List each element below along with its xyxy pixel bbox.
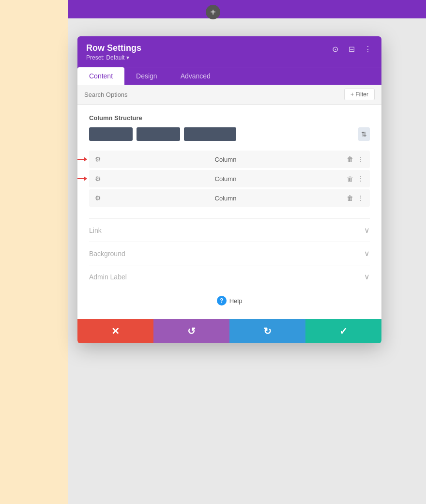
column-more-icon-2[interactable]: ⋮ <box>357 175 364 183</box>
accordion-admin-label-chevron: ∨ <box>364 272 370 281</box>
accordion-admin-label[interactable]: Admin Label ∨ <box>89 265 370 288</box>
column-label-1: Column <box>105 156 347 163</box>
modal-preset[interactable]: Preset: Default ▾ <box>86 54 141 61</box>
columns-icon[interactable]: ⊟ <box>347 44 356 54</box>
column-delete-icon-2[interactable]: 🗑 <box>347 175 353 183</box>
sort-icon[interactable]: ⇅ <box>358 127 370 141</box>
modal-header-icons: ⊙ ⊟ ⋮ <box>330 43 373 54</box>
save-button[interactable]: ✓ <box>305 319 381 343</box>
add-row-button[interactable]: + <box>206 5 220 19</box>
help-section: ? Help <box>89 288 370 309</box>
column-structure-options: ⇅ <box>89 127 370 141</box>
tab-advanced[interactable]: Advanced <box>169 67 222 85</box>
accordion-background-chevron: ∨ <box>364 249 370 258</box>
help-icon[interactable]: ? <box>217 296 227 305</box>
column-option-2[interactable] <box>137 127 180 141</box>
more-options-icon[interactable]: ⋮ <box>363 44 373 54</box>
accordion-link-chevron: ∨ <box>364 226 370 235</box>
accordion-admin-label-label: Admin Label <box>89 273 127 281</box>
column-delete-icon-1[interactable]: 🗑 <box>347 155 353 163</box>
column-structure-title: Column Structure <box>89 114 370 122</box>
help-label[interactable]: Help <box>229 297 243 305</box>
column-row: ⚙ Column 🗑 ⋮ <box>89 170 370 187</box>
left-panel-bg <box>0 0 68 504</box>
tab-content[interactable]: Content <box>77 67 124 85</box>
column-option-3[interactable] <box>184 127 236 141</box>
column-more-icon-3[interactable]: ⋮ <box>357 194 364 202</box>
cancel-button[interactable]: ✕ <box>77 319 153 343</box>
accordion-link[interactable]: Link ∨ <box>89 218 370 242</box>
modal-content: Column Structure ⇅ ⚙ Column 🗑 ⋮ ⚙ Colum <box>77 105 381 319</box>
column-row: ⚙ Column 🗑 ⋮ <box>89 189 370 207</box>
arrow-2 <box>77 178 87 179</box>
column-delete-icon-3[interactable]: 🗑 <box>347 194 353 202</box>
accordion-background[interactable]: Background ∨ <box>89 242 370 265</box>
column-gear-icon-2[interactable]: ⚙ <box>95 175 105 183</box>
column-gear-icon-1[interactable]: ⚙ <box>95 155 105 163</box>
top-bar-bg <box>68 0 426 18</box>
redo-button[interactable]: ↻ <box>229 319 305 343</box>
column-row-actions-2: 🗑 ⋮ <box>347 175 364 183</box>
accordion-link-label: Link <box>89 227 102 234</box>
column-row: ⚙ Column 🗑 ⋮ <box>89 151 370 168</box>
column-option-1[interactable] <box>89 127 133 141</box>
column-label-2: Column <box>105 175 347 183</box>
column-row-actions-3: 🗑 ⋮ <box>347 194 364 202</box>
row-settings-modal: Row Settings Preset: Default ▾ ⊙ ⊟ ⋮ Con… <box>77 36 381 343</box>
accordion-background-label: Background <box>89 250 125 258</box>
column-label-3: Column <box>105 195 347 202</box>
arrow-1 <box>77 159 87 160</box>
search-input[interactable] <box>84 91 344 98</box>
tab-design[interactable]: Design <box>124 67 169 85</box>
modal-footer: ✕ ↺ ↻ ✓ <box>77 319 381 343</box>
column-more-icon-1[interactable]: ⋮ <box>357 155 364 163</box>
filter-button[interactable]: + Filter <box>344 89 375 100</box>
column-gear-icon-3[interactable]: ⚙ <box>95 194 105 202</box>
modal-title: Row Settings <box>86 43 141 53</box>
column-row-actions-1: 🗑 ⋮ <box>347 155 364 163</box>
column-rows: ⚙ Column 🗑 ⋮ ⚙ Column 🗑 ⋮ ⚙ Column <box>89 151 370 207</box>
target-icon[interactable]: ⊙ <box>330 44 340 54</box>
modal-tabs: Content Design Advanced <box>77 67 381 85</box>
search-bar: + Filter <box>77 85 381 105</box>
modal-header: Row Settings Preset: Default ▾ ⊙ ⊟ ⋮ <box>77 36 381 67</box>
modal-title-group: Row Settings Preset: Default ▾ <box>86 43 141 61</box>
undo-button[interactable]: ↺ <box>153 319 229 343</box>
